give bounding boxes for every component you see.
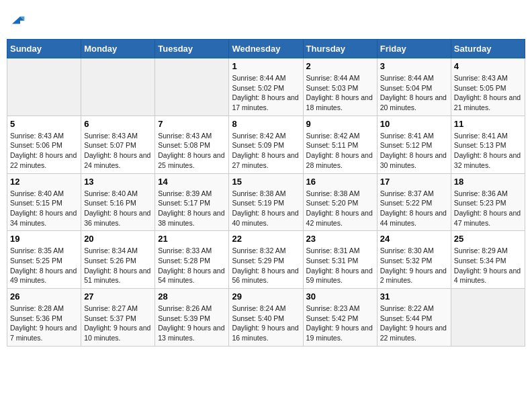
day-number: 22 [232,234,300,244]
calendar-cell: 25Sunrise: 8:29 AM Sunset: 5:34 PM Dayli… [451,231,525,289]
calendar-cell: 4Sunrise: 8:43 AM Sunset: 5:05 PM Daylig… [451,58,525,116]
calendar-cell: 27Sunrise: 8:27 AM Sunset: 5:37 PM Dayli… [81,289,155,347]
day-number: 21 [158,234,226,244]
calendar-cell: 17Sunrise: 8:37 AM Sunset: 5:22 PM Dayli… [377,173,451,231]
calendar-cell: 1Sunrise: 8:44 AM Sunset: 5:02 PM Daylig… [229,58,303,116]
calendar-table: SundayMondayTuesdayWednesdayThursdayFrid… [7,39,525,347]
day-info: Sunrise: 8:42 AM Sunset: 5:09 PM Dayligh… [232,131,300,171]
calendar-cell [451,289,525,347]
page-header [7,7,525,34]
day-number: 4 [454,61,522,71]
calendar-week-3: 12Sunrise: 8:40 AM Sunset: 5:15 PM Dayli… [7,173,525,231]
day-info: Sunrise: 8:41 AM Sunset: 5:13 PM Dayligh… [454,131,522,171]
day-number: 19 [10,234,78,244]
calendar-cell: 3Sunrise: 8:44 AM Sunset: 5:04 PM Daylig… [377,58,451,116]
day-number: 25 [454,234,522,244]
weekday-header-sunday: Sunday [7,40,81,58]
day-info: Sunrise: 8:39 AM Sunset: 5:17 PM Dayligh… [158,189,226,228]
calendar-cell: 8Sunrise: 8:42 AM Sunset: 5:09 PM Daylig… [229,116,303,173]
day-info: Sunrise: 8:44 AM Sunset: 5:02 PM Dayligh… [232,73,300,113]
day-info: Sunrise: 8:44 AM Sunset: 5:04 PM Dayligh… [380,73,448,113]
day-info: Sunrise: 8:40 AM Sunset: 5:15 PM Dayligh… [10,189,78,228]
day-info: Sunrise: 8:31 AM Sunset: 5:31 PM Dayligh… [306,246,374,285]
day-info: Sunrise: 8:43 AM Sunset: 5:07 PM Dayligh… [84,131,152,171]
day-info: Sunrise: 8:43 AM Sunset: 5:08 PM Dayligh… [158,131,226,171]
calendar-week-5: 26Sunrise: 8:28 AM Sunset: 5:36 PM Dayli… [7,289,525,347]
day-info: Sunrise: 8:40 AM Sunset: 5:16 PM Dayligh… [84,189,152,228]
day-number: 9 [306,119,374,129]
day-number: 23 [306,234,374,244]
day-info: Sunrise: 8:33 AM Sunset: 5:28 PM Dayligh… [158,246,226,285]
day-info: Sunrise: 8:41 AM Sunset: 5:12 PM Dayligh… [380,131,448,171]
day-number: 28 [158,291,226,302]
calendar-cell [81,58,155,116]
day-info: Sunrise: 8:27 AM Sunset: 5:37 PM Dayligh… [84,304,152,343]
calendar-cell [155,58,229,116]
day-number: 26 [10,291,78,302]
calendar-cell: 2Sunrise: 8:44 AM Sunset: 5:03 PM Daylig… [303,58,377,116]
day-number: 15 [232,177,300,187]
calendar-cell: 31Sunrise: 8:22 AM Sunset: 5:44 PM Dayli… [377,289,451,347]
logo-icon [9,12,26,28]
calendar-cell: 12Sunrise: 8:40 AM Sunset: 5:15 PM Dayli… [7,173,81,231]
day-number: 20 [84,234,152,244]
day-number: 16 [306,177,374,187]
calendar-cell: 13Sunrise: 8:40 AM Sunset: 5:16 PM Dayli… [81,173,155,231]
day-number: 14 [158,177,226,187]
day-info: Sunrise: 8:26 AM Sunset: 5:39 PM Dayligh… [158,304,226,343]
calendar-cell: 14Sunrise: 8:39 AM Sunset: 5:17 PM Dayli… [155,173,229,231]
calendar-cell [7,58,81,116]
weekday-header-thursday: Thursday [303,40,377,58]
day-info: Sunrise: 8:22 AM Sunset: 5:44 PM Dayligh… [380,304,448,343]
day-number: 10 [380,119,448,129]
calendar-cell: 29Sunrise: 8:24 AM Sunset: 5:40 PM Dayli… [229,289,303,347]
calendar-cell: 19Sunrise: 8:35 AM Sunset: 5:25 PM Dayli… [7,231,81,289]
calendar-week-4: 19Sunrise: 8:35 AM Sunset: 5:25 PM Dayli… [7,231,525,289]
day-number: 5 [10,119,78,129]
day-number: 24 [380,234,448,244]
day-info: Sunrise: 8:38 AM Sunset: 5:20 PM Dayligh… [306,189,374,228]
day-info: Sunrise: 8:34 AM Sunset: 5:26 PM Dayligh… [84,246,152,285]
day-number: 11 [454,119,522,129]
day-number: 13 [84,177,152,187]
day-number: 8 [232,119,300,129]
day-info: Sunrise: 8:24 AM Sunset: 5:40 PM Dayligh… [232,304,300,343]
day-number: 1 [232,61,300,71]
day-number: 12 [10,177,78,187]
day-info: Sunrise: 8:44 AM Sunset: 5:03 PM Dayligh… [306,73,374,113]
day-number: 30 [306,291,374,302]
calendar-cell: 28Sunrise: 8:26 AM Sunset: 5:39 PM Dayli… [155,289,229,347]
day-number: 7 [158,119,226,129]
day-number: 17 [380,177,448,187]
day-number: 29 [232,291,300,302]
logo [9,12,27,28]
day-number: 18 [454,177,522,187]
calendar-cell: 11Sunrise: 8:41 AM Sunset: 5:13 PM Dayli… [451,116,525,173]
day-number: 3 [380,61,448,71]
day-number: 6 [84,119,152,129]
calendar-week-1: 1Sunrise: 8:44 AM Sunset: 5:02 PM Daylig… [7,58,525,116]
day-number: 31 [380,291,448,302]
calendar-cell: 26Sunrise: 8:28 AM Sunset: 5:36 PM Dayli… [7,289,81,347]
calendar-cell: 15Sunrise: 8:38 AM Sunset: 5:19 PM Dayli… [229,173,303,231]
calendar-cell: 22Sunrise: 8:32 AM Sunset: 5:29 PM Dayli… [229,231,303,289]
day-info: Sunrise: 8:23 AM Sunset: 5:42 PM Dayligh… [306,304,374,343]
day-info: Sunrise: 8:28 AM Sunset: 5:36 PM Dayligh… [10,304,78,343]
calendar-week-2: 5Sunrise: 8:43 AM Sunset: 5:06 PM Daylig… [7,116,525,173]
calendar-cell: 6Sunrise: 8:43 AM Sunset: 5:07 PM Daylig… [81,116,155,173]
calendar-cell: 20Sunrise: 8:34 AM Sunset: 5:26 PM Dayli… [81,231,155,289]
day-info: Sunrise: 8:43 AM Sunset: 5:05 PM Dayligh… [454,73,522,113]
day-info: Sunrise: 8:29 AM Sunset: 5:34 PM Dayligh… [454,246,522,285]
weekday-header-tuesday: Tuesday [155,40,229,58]
weekday-header-wednesday: Wednesday [229,40,303,58]
day-info: Sunrise: 8:42 AM Sunset: 5:11 PM Dayligh… [306,131,374,171]
calendar-cell: 16Sunrise: 8:38 AM Sunset: 5:20 PM Dayli… [303,173,377,231]
calendar-cell: 7Sunrise: 8:43 AM Sunset: 5:08 PM Daylig… [155,116,229,173]
day-info: Sunrise: 8:36 AM Sunset: 5:23 PM Dayligh… [454,189,522,228]
calendar-cell: 18Sunrise: 8:36 AM Sunset: 5:23 PM Dayli… [451,173,525,231]
calendar-cell: 9Sunrise: 8:42 AM Sunset: 5:11 PM Daylig… [303,116,377,173]
day-info: Sunrise: 8:38 AM Sunset: 5:19 PM Dayligh… [232,189,300,228]
calendar-cell: 30Sunrise: 8:23 AM Sunset: 5:42 PM Dayli… [303,289,377,347]
day-info: Sunrise: 8:32 AM Sunset: 5:29 PM Dayligh… [232,246,300,285]
day-info: Sunrise: 8:37 AM Sunset: 5:22 PM Dayligh… [380,189,448,228]
